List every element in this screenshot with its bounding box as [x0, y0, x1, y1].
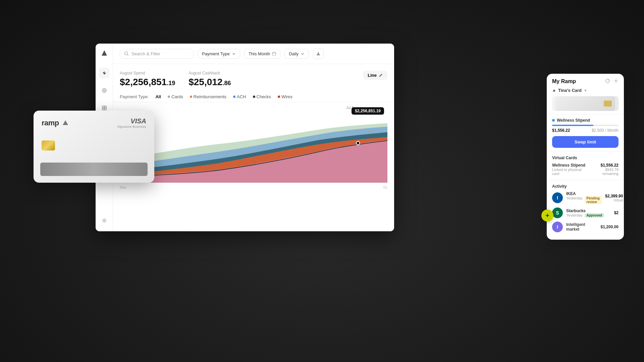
reimbursements-dot — [190, 96, 192, 98]
this-month-filter[interactable]: This Month — [244, 49, 280, 59]
svg-rect-3 — [105, 106, 106, 108]
toolbar: Search & Filter Payment Type This Month — [113, 44, 394, 64]
vc-linked: Linked to physical card — [552, 168, 589, 176]
filter-checks[interactable]: Checks — [253, 94, 271, 99]
panel-header-icons — [605, 78, 619, 84]
filter-reimbursements[interactable]: Reimbursements — [190, 94, 226, 99]
card-magnetic-stripe — [40, 163, 148, 176]
stipend-progress-fill — [552, 125, 593, 126]
panel-settings-icon[interactable] — [613, 78, 619, 84]
payment-type-label: Payment Type — [202, 51, 230, 56]
payment-type-filter[interactable]: Payment Type — [198, 49, 240, 59]
ikea-meta: Yesterday Pending review — [566, 196, 602, 204]
add-button[interactable]: + — [541, 209, 553, 222]
calendar-icon — [272, 52, 276, 56]
ramp-bird-icon — [62, 119, 69, 127]
ikea-logo: I — [552, 192, 563, 203]
starbucks-info: Starbucks Yesterday Approved — [566, 208, 611, 218]
ikea-type: Virtual — [605, 198, 623, 202]
wires-dot — [278, 96, 280, 98]
vc-info: Wellness Stipend Linked to physical card — [552, 163, 589, 176]
stipend-header: Wellness Stipend — [552, 118, 619, 123]
august-spend-label: August Spend — [120, 71, 175, 75]
sidebar-item-lightning[interactable] — [99, 68, 110, 78]
search-icon — [124, 51, 129, 56]
download-button[interactable] — [313, 48, 324, 59]
svg-point-11 — [125, 52, 128, 55]
chart-area: Jul 5 $2,256,851.19 Nov — [113, 102, 394, 196]
ikea-amount-section: $2,399.90 Virtual — [605, 194, 623, 202]
august-cashback-value: $25,012.86 — [189, 77, 231, 87]
visa-section: VISA Signature Business — [117, 117, 146, 128]
vc-name: Wellness Stipend — [552, 163, 589, 168]
line-button[interactable]: Line — [363, 71, 387, 80]
filter-cards[interactable]: Cards — [168, 94, 183, 99]
chart-label-nov: Nov — [120, 185, 126, 189]
chart-svg — [120, 106, 387, 183]
filter-wires[interactable]: Wires — [278, 94, 292, 99]
main-content: Search & Filter Payment Type This Month — [113, 44, 394, 231]
card-bird-icon — [552, 88, 556, 93]
august-spend-value: $2,256,851.19 — [120, 77, 175, 87]
chart-x-labels: Nov 01 — [120, 185, 387, 189]
ikea-name: IKEA — [566, 191, 602, 196]
virtual-cards-section: Virtual Cards Wellness Stipend Linked to… — [547, 152, 624, 180]
intel-info: Intelligent market — [566, 222, 597, 232]
ach-dot — [233, 96, 235, 98]
chevron-down-icon-2 — [301, 52, 305, 56]
starbucks-amount-section: $2 — [614, 210, 619, 215]
filter-ach[interactable]: ACH — [233, 94, 246, 99]
starbucks-name: Starbucks — [566, 208, 611, 213]
intel-amount: $1,200.00 — [601, 225, 619, 229]
august-cashback-stat: August Cashback $25,012.86 — [189, 71, 231, 87]
this-month-label: This Month — [249, 51, 270, 56]
stipend-used: $1,556.22 — [552, 128, 570, 133]
activity-item-ikea: I IKEA Yesterday Pending review $2,399.9… — [552, 191, 619, 204]
ikea-info: IKEA Yesterday Pending review — [566, 191, 602, 204]
sidebar-logo — [100, 49, 109, 58]
panel-title: My Ramp — [552, 78, 576, 84]
virtual-card-item: Wellness Stipend Linked to physical card… — [552, 163, 619, 176]
card-name: Tina's Card — [558, 88, 582, 93]
daily-filter[interactable]: Daily — [284, 49, 309, 59]
cards-dot — [168, 96, 170, 98]
daily-label: Daily — [289, 51, 299, 56]
filter-all[interactable]: All — [155, 94, 161, 99]
svg-rect-5 — [105, 108, 106, 110]
chip-icon — [42, 140, 55, 150]
svg-point-0 — [102, 88, 106, 93]
edit-icon — [379, 73, 383, 77]
my-ramp-panel: My Ramp Tina's Card ▼ — [547, 74, 624, 240]
stipend-dot — [552, 119, 555, 122]
swap-limit-button[interactable]: Swap limit — [552, 136, 619, 148]
svg-point-10 — [103, 220, 105, 222]
stipend-limit: $2,500 / Month — [592, 128, 619, 133]
ramp-card-logo: ramp — [42, 119, 69, 127]
card-chip — [604, 101, 612, 107]
panel-refresh-icon[interactable] — [605, 78, 610, 84]
vc-remaining: $943.78 remaining — [589, 168, 619, 176]
visa-sub: Signature Business — [117, 125, 146, 128]
activity-section: Activity I IKEA Yesterday Pending review… — [547, 180, 624, 240]
stipend-section: Wellness Stipend $1,556.22 $2,500 / Mont… — [547, 115, 624, 152]
search-filter-input[interactable]: Search & Filter — [120, 49, 194, 59]
starbucks-meta: Yesterday Approved — [566, 213, 611, 218]
card-chevron-icon: ▼ — [584, 88, 587, 93]
svg-point-18 — [615, 80, 617, 82]
intel-name: Intelligent market — [566, 222, 597, 232]
sidebar-item-settings[interactable] — [99, 215, 110, 226]
ikea-date: Yesterday — [566, 196, 583, 204]
search-filter-label: Search & Filter — [131, 51, 160, 56]
chart-label-01: 01 — [383, 185, 387, 189]
stats-area: August Spend $2,256,851.19 August Cashba… — [113, 64, 394, 92]
chart-tooltip: $2,256,851.19 — [352, 107, 384, 115]
stipend-name: Wellness Stipend — [557, 118, 590, 123]
sidebar-item-circle[interactable] — [99, 85, 110, 96]
intel-logo: I — [552, 222, 563, 232]
card-name-row: Tina's Card ▼ — [552, 88, 619, 93]
chevron-down-icon — [232, 52, 236, 56]
svg-rect-2 — [102, 106, 104, 108]
svg-point-17 — [357, 141, 360, 145]
card-section: Tina's Card ▼ — [547, 88, 624, 115]
vc-amount: $1,556.22 — [589, 163, 619, 168]
